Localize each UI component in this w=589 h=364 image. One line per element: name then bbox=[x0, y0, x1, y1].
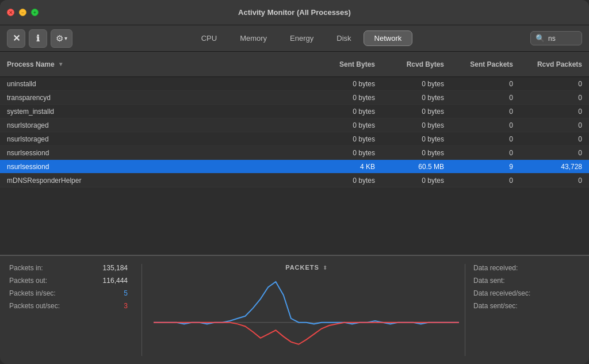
search-input[interactable] bbox=[548, 35, 577, 43]
table-row[interactable]: mDNSResponderHelper 0 bytes 0 bytes 0 0 bbox=[0, 174, 589, 187]
cell-rcvd-packets: 0 bbox=[520, 133, 589, 145]
table-row[interactable]: nsurlsessiond 0 bytes 0 bytes 0 0 bbox=[0, 146, 589, 160]
th-rcvd-bytes[interactable]: Rcvd Bytes bbox=[382, 56, 451, 73]
data-received-label: Data received: bbox=[473, 264, 518, 272]
th-sent-bytes[interactable]: Sent Bytes bbox=[313, 56, 382, 73]
search-box[interactable]: 🔍 bbox=[530, 31, 582, 45]
maximize-icon: + bbox=[33, 10, 36, 16]
x-icon: ✕ bbox=[13, 33, 20, 44]
cell-sent-bytes: 0 bytes bbox=[313, 105, 382, 118]
process-table: Process Name ▼ Sent Bytes Rcvd Bytes Sen… bbox=[0, 52, 589, 255]
stats-left: Packets in: 135,184 Packets out: 116,444… bbox=[9, 264, 136, 356]
cell-sent-packets: 9 bbox=[451, 160, 520, 173]
cell-sent-packets: 0 bbox=[451, 78, 520, 90]
maximize-button[interactable]: + bbox=[31, 9, 39, 16]
cell-rcvd-bytes: 0 bytes bbox=[382, 105, 451, 118]
cell-rcvd-packets: 0 bbox=[520, 78, 589, 90]
tab-memory[interactable]: Memory bbox=[229, 30, 278, 46]
cell-rcvd-bytes: 0 bytes bbox=[382, 174, 451, 187]
tab-disk[interactable]: Disk bbox=[326, 30, 362, 46]
stat-packets-out: Packets out: 116,444 bbox=[9, 277, 128, 285]
cell-rcvd-bytes: 60.5 MB bbox=[382, 160, 451, 173]
cell-sent-bytes: 0 bytes bbox=[313, 119, 382, 132]
data-sent-label: Data sent: bbox=[473, 277, 505, 285]
cell-sent-packets: 0 bbox=[451, 133, 520, 145]
stats-right: Data received: Data sent: Data received/… bbox=[465, 264, 580, 356]
close-process-button[interactable]: ✕ bbox=[7, 29, 25, 48]
packets-out-sec-label: Packets out/sec: bbox=[9, 302, 60, 310]
cell-sent-bytes: 4 KB bbox=[313, 160, 382, 173]
cell-process-name: nsurlsessiond bbox=[0, 147, 313, 159]
cell-process-name: system_installd bbox=[0, 105, 313, 118]
cell-rcvd-bytes: 0 bytes bbox=[382, 133, 451, 145]
cell-process-name: mDNSResponderHelper bbox=[0, 174, 313, 187]
cell-rcvd-bytes: 0 bytes bbox=[382, 78, 451, 90]
tab-energy[interactable]: Energy bbox=[279, 30, 324, 46]
search-icon: 🔍 bbox=[536, 34, 545, 43]
th-rcvd-packets[interactable]: Rcvd Packets bbox=[520, 56, 589, 73]
cell-sent-packets: 0 bbox=[451, 105, 520, 118]
close-icon: ✕ bbox=[9, 10, 13, 16]
cell-process-name: nsurlstoraged bbox=[0, 133, 313, 145]
packets-in-sec-label: Packets in/sec: bbox=[9, 289, 56, 297]
toolbar: ✕ ℹ ⚙ ▾ CPU Memory Energy Disk Network 🔍 bbox=[0, 25, 589, 52]
stat-data-received: Data received: bbox=[473, 264, 580, 272]
cell-sent-packets: 0 bbox=[451, 119, 520, 132]
cell-process-name: nsurlstoraged bbox=[0, 119, 313, 132]
cell-process-name: nsurlsessiond bbox=[0, 160, 313, 173]
th-sent-packets[interactable]: Sent Packets bbox=[451, 56, 520, 73]
table-row[interactable]: system_installd 0 bytes 0 bytes 0 0 bbox=[0, 105, 589, 118]
table-row[interactable]: uninstalld 0 bytes 0 bytes 0 0 bbox=[0, 77, 589, 91]
chart-title: PACKETS bbox=[285, 264, 319, 271]
table-header: Process Name ▼ Sent Bytes Rcvd Bytes Sen… bbox=[0, 52, 589, 77]
cell-sent-bytes: 0 bytes bbox=[313, 133, 382, 145]
table-row[interactable]: nsurlstoraged 0 bytes 0 bytes 0 0 bbox=[0, 132, 589, 146]
table-row[interactable]: transparencyd 0 bytes 0 bytes 0 0 bbox=[0, 91, 589, 105]
titlebar: ✕ − + Activity Monitor (All Processes) bbox=[0, 0, 589, 25]
cell-sent-bytes: 0 bytes bbox=[313, 78, 382, 90]
gear-button[interactable]: ⚙ ▾ bbox=[51, 29, 72, 48]
close-button[interactable]: ✕ bbox=[7, 9, 14, 16]
left-divider bbox=[141, 264, 142, 356]
cell-rcvd-packets: 0 bbox=[520, 91, 589, 104]
cell-sent-bytes: 0 bytes bbox=[313, 91, 382, 104]
stat-packets-in-sec: Packets in/sec: 5 bbox=[9, 289, 128, 297]
tab-network[interactable]: Network bbox=[364, 30, 413, 46]
th-process-name[interactable]: Process Name ▼ bbox=[0, 56, 313, 73]
packets-in-label: Packets in: bbox=[9, 264, 43, 272]
tab-cpu[interactable]: CPU bbox=[190, 30, 228, 46]
table-body: uninstalld 0 bytes 0 bytes 0 0 transpare… bbox=[0, 77, 589, 255]
info-button[interactable]: ℹ bbox=[29, 29, 47, 48]
tab-bar: CPU Memory Energy Disk Network bbox=[190, 30, 413, 46]
packets-in-sec-value: 5 bbox=[124, 289, 128, 297]
stat-data-received-sec: Data received/sec: bbox=[473, 289, 580, 297]
sort-arrow-icon: ▼ bbox=[58, 61, 64, 67]
toolbar-left: ✕ ℹ ⚙ ▾ bbox=[7, 29, 72, 48]
minimize-icon: − bbox=[21, 10, 24, 16]
gear-chevron: ▾ bbox=[64, 35, 67, 41]
cell-rcvd-bytes: 0 bytes bbox=[382, 91, 451, 104]
stat-data-sent-sec: Data sent/sec: bbox=[473, 302, 580, 310]
chart-area bbox=[154, 275, 459, 364]
cell-rcvd-packets: 0 bbox=[520, 105, 589, 118]
network-chart bbox=[154, 275, 459, 364]
cell-rcvd-packets: 0 bbox=[520, 147, 589, 159]
cell-sent-bytes: 0 bytes bbox=[313, 174, 382, 187]
table-row[interactable]: nsurlsessiond 4 KB 60.5 MB 9 43,728 bbox=[0, 160, 589, 174]
bottom-panel: Packets in: 135,184 Packets out: 116,444… bbox=[0, 255, 589, 364]
stat-packets-in: Packets in: 135,184 bbox=[9, 264, 128, 272]
stat-data-sent: Data sent: bbox=[473, 277, 580, 285]
cell-rcvd-packets: 0 bbox=[520, 119, 589, 132]
stat-packets-out-sec: Packets out/sec: 3 bbox=[9, 302, 128, 310]
chart-container: PACKETS ⬍ bbox=[148, 264, 465, 356]
traffic-lights: ✕ − + bbox=[7, 9, 39, 16]
table-row[interactable]: nsurlstoraged 0 bytes 0 bytes 0 0 bbox=[0, 118, 589, 132]
cell-sent-packets: 0 bbox=[451, 147, 520, 159]
minimize-button[interactable]: − bbox=[19, 9, 26, 16]
cell-sent-packets: 0 bbox=[451, 91, 520, 104]
cell-sent-bytes: 0 bytes bbox=[313, 147, 382, 159]
chart-chevron-icon[interactable]: ⬍ bbox=[323, 265, 327, 271]
chart-header: PACKETS ⬍ bbox=[154, 264, 459, 271]
data-received-sec-label: Data received/sec: bbox=[473, 289, 530, 297]
activity-monitor-window: ✕ − + Activity Monitor (All Processes) ✕… bbox=[0, 0, 589, 364]
